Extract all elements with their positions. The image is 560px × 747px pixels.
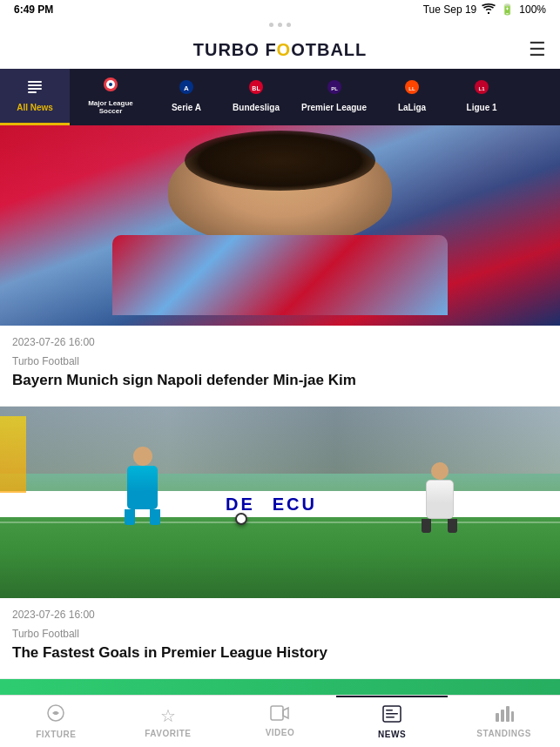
article-2-meta: 2023-07-26 16:00 Turbo Football The Fast… [0,598,560,678]
wifi-icon [482,3,496,17]
svg-rect-19 [271,706,283,720]
favorite-icon: ☆ [160,705,176,726]
tab-all-news[interactable]: All News [0,69,70,125]
tab-serie-a[interactable]: A Serie A [152,69,221,125]
svg-rect-0 [28,81,42,83]
laliga-icon: LL [403,78,421,100]
bundesliga-icon: BL [247,78,265,100]
tab-premier-league[interactable]: PL Premier League [291,69,377,125]
all-news-icon [26,78,44,100]
status-date: Tue Sep 19 [423,3,477,16]
svg-text:A: A [184,84,189,92]
standings-icon [495,704,514,726]
nav-news-label: NEWS [378,730,406,739]
article-2-date: 2023-07-26 16:00 [12,609,548,621]
top-dots [0,19,560,30]
svg-text:BL: BL [252,85,260,91]
tab-bundesliga[interactable]: BL Bundesliga [221,69,291,125]
tab-mls-label: Major League Soccer [80,100,141,116]
status-bar: 6:49 PM Tue Sep 19 🔋 100% [0,0,560,19]
svg-rect-2 [28,88,42,90]
premier-league-icon: PL [326,78,343,100]
svg-rect-26 [506,706,509,722]
svg-rect-22 [386,713,398,715]
article-1-meta: 2023-07-26 16:00 Turbo Football Bayern M… [0,326,560,406]
article-1-title: Bayern Munich sign Napoli defender Min-j… [12,371,548,402]
nav-favorite[interactable]: ☆ FAVORITE [112,696,225,747]
tab-ligue1-label: Ligue 1 [467,103,497,112]
article-2-source: Turbo Football [12,628,548,640]
tab-laliga-label: LaLiga [398,103,426,112]
fixture-icon [46,703,65,727]
news-article-2[interactable]: DE ECU [0,407,560,679]
app-header: TURBO FOOTBALL ☰ [0,30,560,69]
svg-rect-1 [28,84,42,86]
article-1-source: Turbo Football [12,355,548,367]
status-right: Tue Sep 19 🔋 100% [423,3,546,17]
svg-point-18 [54,711,57,715]
battery-percent: 100% [519,3,546,16]
menu-button[interactable]: ☰ [529,38,546,61]
tab-laliga[interactable]: LL LaLiga [377,69,447,125]
svg-text:L1: L1 [479,86,486,91]
news-article-1[interactable]: 2023-07-26 16:00 Turbo Football Bayern M… [0,125,560,407]
league-tabs: All News Major League Soccer A Serie A B… [0,69,560,125]
svg-rect-24 [496,713,499,722]
nav-news[interactable]: NEWS [336,696,449,747]
article-2-title: The Fastest Goals in Premier League Hist… [12,643,548,675]
serie-a-icon: A [178,78,195,100]
nav-video[interactable]: VIDEO [224,696,336,747]
nav-standings[interactable]: STANDINGS [448,696,560,747]
tab-serie-a-label: Serie A [172,103,201,112]
svg-text:LL: LL [408,86,415,91]
status-time: 6:49 PM [14,3,53,16]
svg-point-6 [109,83,112,86]
video-icon [270,705,289,725]
svg-rect-27 [511,711,514,722]
article-1-image [0,125,560,326]
svg-rect-21 [386,710,393,711]
tab-ligue1[interactable]: L1 Ligue 1 [447,69,516,125]
tab-all-news-label: All News [17,103,53,112]
svg-rect-23 [386,717,395,718]
news-icon [382,705,401,727]
tab-mls[interactable]: Major League Soccer [70,69,152,125]
app-title: TURBO FOOTBALL [193,40,368,60]
nav-fixture-label: FIXTURE [36,730,76,739]
article-2-image: DE ECU [0,407,560,598]
svg-text:PL: PL [331,86,338,91]
bottom-nav: FIXTURE ☆ FAVORITE VIDEO NEWS [0,695,560,747]
tab-bundesliga-label: Bundesliga [233,103,280,112]
nav-fixture[interactable]: FIXTURE [0,696,112,747]
mls-icon [102,76,119,98]
ligue1-icon: L1 [473,78,490,100]
article-1-date: 2023-07-26 16:00 [12,336,548,348]
nav-favorite-label: FAVORITE [145,729,191,738]
tab-pl-label: Premier League [301,103,367,112]
svg-rect-3 [28,91,37,93]
news-content: 2023-07-26 16:00 Turbo Football Bayern M… [0,125,560,747]
nav-standings-label: STANDINGS [476,729,531,738]
nav-video-label: VIDEO [266,728,295,737]
svg-rect-25 [501,710,504,722]
battery-icon: 🔋 [501,3,514,16]
